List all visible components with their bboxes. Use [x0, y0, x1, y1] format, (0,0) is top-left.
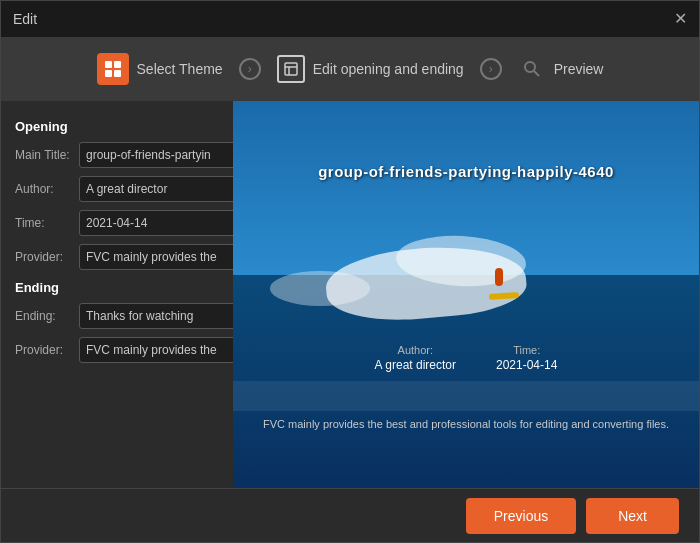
- step2-edit-opening-ending[interactable]: Edit opening and ending: [261, 47, 480, 91]
- step3-label: Preview: [554, 61, 604, 77]
- svg-rect-1: [114, 61, 121, 68]
- step1-label: Select Theme: [137, 61, 223, 77]
- preview-image: group-of-friends-partying-happily-4640 A…: [233, 101, 699, 488]
- svg-rect-4: [285, 63, 297, 75]
- main-title-input[interactable]: [79, 142, 233, 168]
- time-input[interactable]: [79, 210, 233, 236]
- preview-author-label: Author:: [375, 344, 456, 356]
- chevron-right-icon-1: ›: [239, 58, 261, 80]
- main-title-label: Main Title:: [15, 148, 73, 162]
- surfer-figure: [489, 264, 509, 299]
- svg-point-7: [525, 62, 535, 72]
- main-content: Opening Main Title: Author: Time: Provid…: [1, 101, 699, 488]
- preview-author-value: A great director: [375, 358, 456, 372]
- ending-provider-label: Provider:: [15, 343, 73, 357]
- next-button[interactable]: Next: [586, 498, 679, 534]
- ending-provider-row: Provider:: [15, 337, 219, 363]
- preview-video-title: group-of-friends-partying-happily-4640: [318, 163, 614, 180]
- ending-input[interactable]: [79, 303, 233, 329]
- provider-input[interactable]: [79, 244, 233, 270]
- time-col: Time: 2021-04-14: [496, 344, 557, 372]
- preview-time-label: Time:: [496, 344, 557, 356]
- provider-label: Provider:: [15, 250, 73, 264]
- ending-provider-input[interactable]: [79, 337, 233, 363]
- search-icon: [518, 55, 546, 83]
- step2-label: Edit opening and ending: [313, 61, 464, 77]
- preview-provider-text: FVC mainly provides the best and profess…: [263, 418, 669, 430]
- title-bar: Edit ✕: [1, 1, 699, 37]
- author-label: Author:: [15, 182, 73, 196]
- ending-section-title: Ending: [15, 280, 219, 295]
- svg-rect-0: [105, 61, 112, 68]
- ending-row: Ending:: [15, 303, 219, 329]
- preview-panel: group-of-friends-partying-happily-4640 A…: [233, 101, 699, 488]
- footer: Previous Next: [1, 488, 699, 542]
- author-input[interactable]: [79, 176, 233, 202]
- provider-row: Provider:: [15, 244, 219, 270]
- time-label: Time:: [15, 216, 73, 230]
- author-row: Author:: [15, 176, 219, 202]
- window-title: Edit: [13, 11, 37, 27]
- svg-rect-3: [114, 70, 121, 77]
- toolbar: Select Theme › Edit opening and ending ›: [1, 37, 699, 101]
- grid-icon: [97, 53, 129, 85]
- chevron-right-icon-2: ›: [480, 58, 502, 80]
- preview-time-value: 2021-04-14: [496, 358, 557, 372]
- main-title-row: Main Title:: [15, 142, 219, 168]
- author-col: Author: A great director: [375, 344, 456, 372]
- left-panel: Opening Main Title: Author: Time: Provid…: [1, 101, 233, 488]
- step1-select-theme[interactable]: Select Theme: [81, 45, 239, 93]
- svg-line-8: [534, 71, 539, 76]
- edit-window: Edit ✕ Select Theme ›: [0, 0, 700, 543]
- ending-label: Ending:: [15, 309, 73, 323]
- step3-preview[interactable]: Preview: [502, 47, 620, 91]
- edit-icon: [277, 55, 305, 83]
- opening-section-title: Opening: [15, 119, 219, 134]
- svg-rect-2: [105, 70, 112, 77]
- time-row: Time:: [15, 210, 219, 236]
- close-button[interactable]: ✕: [674, 11, 687, 27]
- previous-button[interactable]: Previous: [466, 498, 576, 534]
- preview-info-grid: Author: A great director Time: 2021-04-1…: [375, 344, 558, 372]
